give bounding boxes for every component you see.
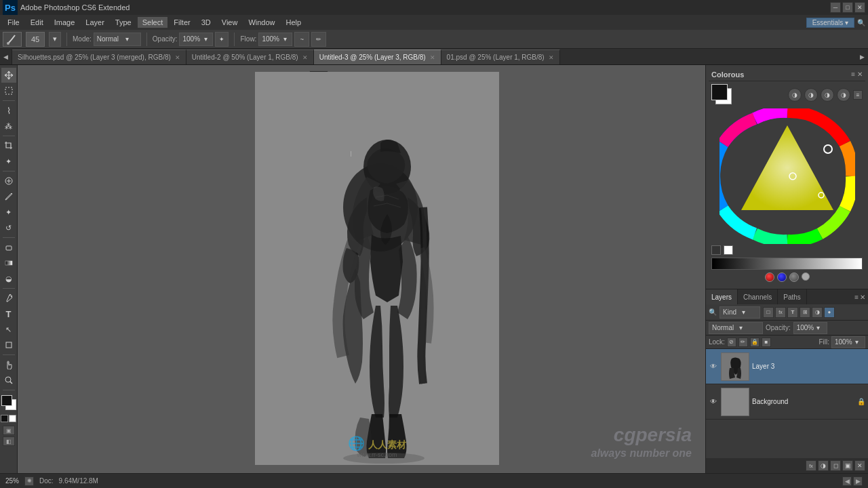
layer3-visibility[interactable]: 👁 xyxy=(709,362,718,371)
tool-history-brush[interactable]: ↺ xyxy=(1,220,16,235)
lock-image[interactable]: ✏ xyxy=(738,338,748,347)
blue-circle[interactable] xyxy=(777,272,787,282)
color-ctrl-3[interactable]: ◑ xyxy=(821,88,834,102)
layers-panel-close[interactable]: ✕ xyxy=(860,293,865,301)
filter-kind-dropdown[interactable]: Kind▾ xyxy=(719,306,760,319)
background-visibility[interactable]: 👁 xyxy=(709,397,718,407)
tool-text[interactable]: T xyxy=(1,306,16,321)
color-panel-header[interactable]: Colorous ≡ ✕ xyxy=(709,68,865,81)
color-ctrl-2[interactable]: ◑ xyxy=(804,88,818,102)
stylus-toggle[interactable]: ✏ xyxy=(311,32,326,47)
tab-layers[interactable]: Layers xyxy=(706,289,738,304)
pressure-toggle[interactable]: ~ xyxy=(294,32,309,47)
status-nav-icon[interactable]: ✺ xyxy=(24,476,34,486)
add-mask[interactable]: ◑ xyxy=(818,460,829,471)
fg-main-swatch[interactable] xyxy=(711,84,728,100)
menu-type[interactable]: Type xyxy=(111,17,136,28)
tab-channels[interactable]: Channels xyxy=(738,289,778,304)
tab-close-silhouettes[interactable]: ✕ xyxy=(175,54,180,61)
color-panel-close[interactable]: ✕ xyxy=(857,70,863,78)
menu-image[interactable]: Image xyxy=(50,17,80,28)
filter-icon-smart[interactable]: ◑ xyxy=(812,307,823,318)
opacity-value-dropdown[interactable]: 100%▾ xyxy=(793,322,827,334)
menu-3d[interactable]: 3D xyxy=(197,17,216,28)
foreground-color[interactable] xyxy=(1,395,12,406)
menu-select[interactable]: Select xyxy=(138,17,168,28)
menu-edit[interactable]: Edit xyxy=(26,17,48,28)
layer-item-layer3[interactable]: 👁 Layer 3 xyxy=(706,349,868,384)
menu-filter[interactable]: Filter xyxy=(169,17,195,28)
opacity-input[interactable]: 100%▾ xyxy=(179,33,213,46)
tab-untitled3[interactable]: Untitled-3 @ 25% (Layer 3, RGB/8) ✕ xyxy=(314,49,441,64)
tabs-left-arrow[interactable]: ◀ xyxy=(0,49,12,64)
create-layer[interactable]: ▣ xyxy=(842,460,853,471)
gray-circle[interactable] xyxy=(789,272,799,282)
red-circle[interactable] xyxy=(765,272,774,282)
titlebar-controls[interactable]: ─ □ ✕ xyxy=(830,2,865,13)
menu-file[interactable]: File xyxy=(3,17,24,28)
color-ctrl-1[interactable]: ◑ xyxy=(788,88,802,102)
menu-view[interactable]: View xyxy=(217,17,243,28)
tool-quick-select[interactable]: ⁂ xyxy=(1,119,16,134)
gradient-bar[interactable] xyxy=(711,258,863,270)
tab-untitled2[interactable]: Untitled-2 @ 50% (Layer 1, RGB/8) ✕ xyxy=(186,49,314,64)
menu-window[interactable]: Window xyxy=(243,17,279,28)
layers-panel-menu[interactable]: ≡ xyxy=(854,293,859,301)
flow-input[interactable]: 100%▾ xyxy=(258,33,292,46)
maximize-button[interactable]: □ xyxy=(842,2,853,13)
status-next-btn[interactable]: ▶ xyxy=(853,476,863,486)
color-panel-menu[interactable]: ≡ xyxy=(851,70,855,78)
close-button[interactable]: ✕ xyxy=(854,2,865,13)
switch-colors[interactable] xyxy=(1,415,8,422)
tool-shape[interactable] xyxy=(1,338,16,352)
filter-icon-text[interactable]: T xyxy=(787,307,798,318)
tool-zoom[interactable] xyxy=(1,373,16,388)
create-group[interactable]: ◻ xyxy=(830,460,841,471)
tool-healing[interactable] xyxy=(1,174,16,188)
tool-gradient[interactable] xyxy=(1,256,16,270)
brush-tool-icon[interactable] xyxy=(3,32,22,47)
tool-eraser[interactable] xyxy=(1,240,16,255)
essentials-dropdown[interactable]: Essentials ▾ xyxy=(806,18,854,28)
tool-dodge[interactable]: ◒ xyxy=(1,271,16,286)
canvas-wrapper[interactable]: I 🌐 人人素材 www.rr-sc.com xyxy=(255,72,499,465)
tool-marquee[interactable] xyxy=(1,83,16,98)
airbrush-toggle[interactable]: ✦ xyxy=(215,32,229,47)
tool-pen[interactable] xyxy=(1,291,16,306)
tool-hand[interactable] xyxy=(1,357,16,372)
fill-value-dropdown[interactable]: 100%▾ xyxy=(831,336,865,348)
tab-close-01psd[interactable]: ✕ xyxy=(549,54,554,61)
default-colors[interactable] xyxy=(9,415,16,422)
lock-position[interactable]: 🔒 xyxy=(750,338,760,347)
color-small-1[interactable] xyxy=(711,245,721,255)
color-small-2[interactable] xyxy=(724,245,733,255)
color-ctrl-5[interactable]: ≡ xyxy=(853,90,863,100)
light-gray-circle[interactable] xyxy=(802,272,810,281)
menu-layer[interactable]: Layer xyxy=(81,17,109,28)
standard-mode-btn[interactable]: ▣ xyxy=(3,426,15,435)
tab-close-untitled2[interactable]: ✕ xyxy=(302,54,308,61)
tabs-right-arrow[interactable]: ▶ xyxy=(856,49,868,64)
canvas-area[interactable]: ◀ ✕ xyxy=(18,65,705,473)
tool-path-select[interactable]: ↖ xyxy=(1,322,16,337)
color-wheel-svg[interactable] xyxy=(719,108,855,244)
tool-lasso[interactable]: ⌇ xyxy=(1,103,16,118)
tab-paths[interactable]: Paths xyxy=(778,289,807,304)
canvas-bg[interactable]: I 🌐 人人素材 www.rr-sc.com xyxy=(255,72,499,465)
layer-item-background[interactable]: 👁 Background 🔒 xyxy=(706,384,868,420)
lock-all[interactable]: ■ xyxy=(762,338,771,347)
tool-move[interactable] xyxy=(1,68,16,83)
color-ctrl-4[interactable]: ◑ xyxy=(837,88,850,102)
workspace-search[interactable]: 🔍 xyxy=(857,19,865,26)
mode-dropdown[interactable]: Normal▾ xyxy=(94,33,141,46)
filter-icon-pixel[interactable]: □ xyxy=(763,307,774,318)
status-prev-btn[interactable]: ◀ xyxy=(842,476,852,486)
tool-clone-stamp[interactable]: ✦ xyxy=(1,205,16,220)
tab-close-untitled3[interactable]: ✕ xyxy=(430,54,435,61)
minimize-button[interactable]: ─ xyxy=(830,2,841,13)
brush-size-btn[interactable]: 45 xyxy=(26,32,45,47)
add-layer-style[interactable]: fx xyxy=(806,460,816,471)
brush-presets-btn[interactable]: ▾ xyxy=(49,32,61,47)
filter-icon-on[interactable]: ● xyxy=(824,307,835,318)
lock-transparent[interactable]: ⊘ xyxy=(727,338,736,347)
